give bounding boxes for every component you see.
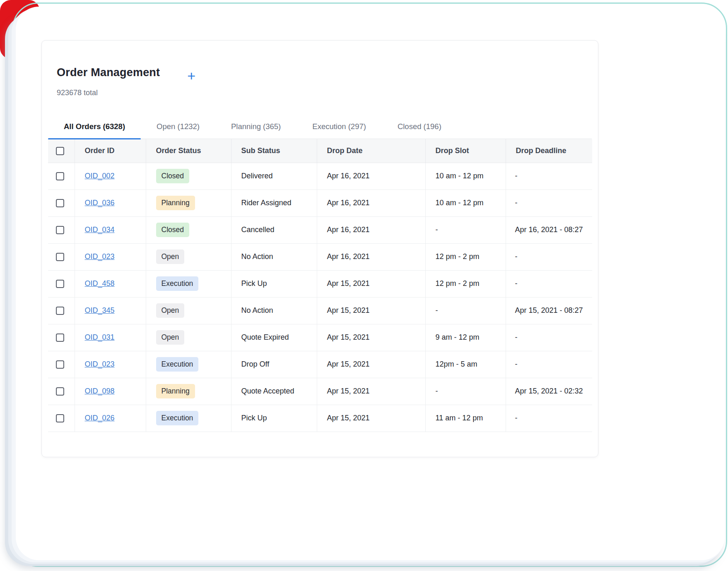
add-order-button[interactable]: + xyxy=(184,68,199,84)
table-row: OID_023 Open No Action Apr 16, 2021 12 p… xyxy=(48,243,592,270)
order-id-cell: OID_345 xyxy=(75,297,146,324)
order-id-link[interactable]: OID_023 xyxy=(85,360,115,368)
table-header-row: Order ID Order Status Sub Status Drop Da… xyxy=(48,139,592,163)
tab-execution[interactable]: Execution (297) xyxy=(297,114,382,139)
row-select-cell xyxy=(48,243,75,270)
tab-closed[interactable]: Closed (196) xyxy=(382,114,457,139)
select-all-checkbox[interactable] xyxy=(56,147,64,155)
order-id-cell: OID_036 xyxy=(75,190,146,216)
order-id-link[interactable]: OID_034 xyxy=(85,226,115,234)
order-id-cell: OID_002 xyxy=(75,163,146,190)
drop-date-cell: Apr 15, 2021 xyxy=(317,405,425,432)
drop-slot-cell: 12 pm - 2 pm xyxy=(425,243,506,270)
order-id-link[interactable]: OID_458 xyxy=(85,279,115,288)
drop-deadline-cell: Apr 15, 2021 - 02:32 xyxy=(506,378,592,405)
order-status-badge: Execution xyxy=(156,411,199,425)
order-id-link[interactable]: OID_026 xyxy=(85,414,115,422)
order-status-cell: Open xyxy=(146,297,231,324)
drop-slot-cell: 9 am - 12 pm xyxy=(425,324,506,351)
order-id-link[interactable]: OID_031 xyxy=(85,333,115,341)
tab-all-orders[interactable]: All Orders (6328) xyxy=(48,114,141,139)
order-status-badge: Closed xyxy=(156,169,189,183)
drop-slot-cell: 10 am - 12 pm xyxy=(425,163,506,190)
order-id-link[interactable]: OID_345 xyxy=(85,306,115,314)
drop-deadline-cell: - xyxy=(506,324,592,351)
drop-slot-cell: - xyxy=(425,378,506,405)
order-total-count: 923678 total xyxy=(57,89,583,97)
row-checkbox[interactable] xyxy=(56,333,64,342)
drop-date-cell: Apr 15, 2021 xyxy=(317,378,425,405)
column-header-order-id: Order ID xyxy=(75,139,146,163)
order-status-cell: Execution xyxy=(146,270,231,297)
table-row: OID_036 Planning Rider Assigned Apr 16, … xyxy=(48,190,592,216)
table-row: OID_002 Closed Delivered Apr 16, 2021 10… xyxy=(48,163,592,190)
order-status-cell: Execution xyxy=(146,351,231,378)
drop-slot-cell: 12 pm - 2 pm xyxy=(425,270,506,297)
drop-slot-cell: 11 am - 12 pm xyxy=(425,405,506,432)
row-select-cell xyxy=(48,351,75,378)
table-row: OID_031 Open Quote Expired Apr 15, 2021 … xyxy=(48,324,592,351)
order-id-link[interactable]: OID_036 xyxy=(85,199,115,207)
tab-open[interactable]: Open (1232) xyxy=(141,114,215,139)
sub-status-cell: Pick Up xyxy=(231,405,317,432)
drop-date-cell: Apr 16, 2021 xyxy=(317,163,425,190)
order-status-badge: Open xyxy=(156,303,185,318)
row-select-cell xyxy=(48,378,75,405)
column-header-order-status: Order Status xyxy=(146,139,231,163)
row-select-cell xyxy=(48,190,75,216)
column-header-sub-status: Sub Status xyxy=(231,139,317,163)
row-checkbox[interactable] xyxy=(56,307,64,315)
order-status-cell: Execution xyxy=(146,405,231,432)
order-id-cell: OID_031 xyxy=(75,324,146,351)
drop-deadline-cell: Apr 16, 2021 - 08:27 xyxy=(506,216,592,243)
drop-deadline-cell: - xyxy=(506,351,592,378)
orders-table-wrap: Order ID Order Status Sub Status Drop Da… xyxy=(48,139,592,432)
drop-deadline-cell: Apr 15, 2021 - 08:27 xyxy=(506,297,592,324)
drop-slot-cell: - xyxy=(425,297,506,324)
table-row: OID_458 Execution Pick Up Apr 15, 2021 1… xyxy=(48,270,592,297)
row-select-cell xyxy=(48,270,75,297)
order-id-cell: OID_098 xyxy=(75,378,146,405)
drop-date-cell: Apr 16, 2021 xyxy=(317,243,425,270)
drop-deadline-cell: - xyxy=(506,190,592,216)
row-select-cell xyxy=(48,216,75,243)
order-id-cell: OID_026 xyxy=(75,405,146,432)
order-status-badge: Closed xyxy=(156,223,189,237)
card-header: Order Management + 923678 total xyxy=(42,41,598,97)
table-row: OID_345 Open No Action Apr 15, 2021 - Ap… xyxy=(48,297,592,324)
row-checkbox[interactable] xyxy=(56,414,64,422)
drop-date-cell: Apr 15, 2021 xyxy=(317,351,425,378)
row-checkbox[interactable] xyxy=(56,172,64,180)
order-management-card: Order Management + 923678 total All Orde… xyxy=(41,40,598,457)
row-checkbox[interactable] xyxy=(56,226,64,234)
table-row: OID_023 Execution Drop Off Apr 15, 2021 … xyxy=(48,351,592,378)
sub-status-cell: Delivered xyxy=(231,163,317,190)
tab-planning[interactable]: Planning (365) xyxy=(215,114,297,139)
order-id-link[interactable]: OID_023 xyxy=(85,252,115,261)
sub-status-cell: Pick Up xyxy=(231,270,317,297)
drop-deadline-cell: - xyxy=(506,405,592,432)
row-checkbox[interactable] xyxy=(56,280,64,288)
order-status-cell: Closed xyxy=(146,163,231,190)
order-id-link[interactable]: OID_002 xyxy=(85,172,115,180)
order-status-badge: Open xyxy=(156,330,185,345)
order-status-badge: Execution xyxy=(156,357,199,372)
sub-status-cell: Rider Assigned xyxy=(231,190,317,216)
order-status-cell: Open xyxy=(146,324,231,351)
table-row: OID_034 Closed Cancelled Apr 16, 2021 - … xyxy=(48,216,592,243)
order-id-link[interactable]: OID_098 xyxy=(85,387,115,395)
drop-date-cell: Apr 15, 2021 xyxy=(317,270,425,297)
column-header-drop-date: Drop Date xyxy=(317,139,425,163)
order-status-cell: Planning xyxy=(146,378,231,405)
row-checkbox[interactable] xyxy=(56,199,64,207)
drop-date-cell: Apr 15, 2021 xyxy=(317,297,425,324)
orders-table: Order ID Order Status Sub Status Drop Da… xyxy=(48,139,592,432)
order-id-cell: OID_023 xyxy=(75,351,146,378)
drop-date-cell: Apr 16, 2021 xyxy=(317,216,425,243)
row-checkbox[interactable] xyxy=(56,253,64,261)
row-checkbox[interactable] xyxy=(56,387,64,396)
column-header-drop-deadline: Drop Deadline xyxy=(506,139,592,163)
column-header-drop-slot: Drop Slot xyxy=(425,139,506,163)
drop-slot-cell: 12pm - 5 am xyxy=(425,351,506,378)
row-checkbox[interactable] xyxy=(56,360,64,369)
